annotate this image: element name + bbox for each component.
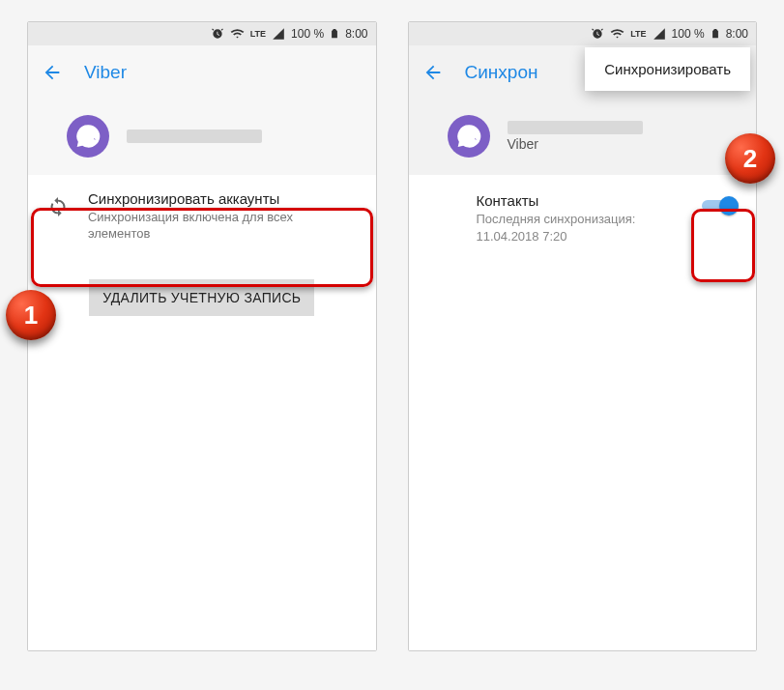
sync-accounts-title: Синхронизировать аккаунты	[88, 190, 359, 207]
clock-time: 8:00	[726, 27, 748, 41]
network-lte-label: LTE	[630, 30, 646, 39]
clock-time: 8:00	[345, 27, 367, 41]
page-title: Viber	[84, 62, 127, 83]
back-icon[interactable]	[422, 62, 444, 83]
account-header	[28, 100, 376, 175]
battery-icon	[330, 26, 339, 42]
wifi-icon	[610, 27, 624, 42]
viber-app-icon	[67, 115, 109, 158]
signal-icon	[653, 27, 666, 41]
step-marker-2: 2	[725, 133, 775, 184]
phone-left: LTE 100 % 8:00 Viber	[27, 21, 377, 651]
sync-now-menu-item[interactable]: Синхронизировать	[585, 47, 750, 91]
sync-icon	[45, 194, 71, 219]
sync-accounts-subtitle: Синхронизация включена для всех элементо…	[88, 210, 359, 243]
battery-icon	[711, 26, 720, 42]
account-name-blurred	[508, 121, 643, 134]
delete-account-button[interactable]: УДАЛИТЬ УЧЕТНУЮ ЗАПИСЬ	[89, 279, 314, 316]
wifi-icon	[230, 27, 245, 42]
sync-accounts-row[interactable]: Синхронизировать аккаунты Синхронизация …	[28, 175, 376, 258]
phone-right: LTE 100 % 8:00 Синхрон Синхронизировать	[408, 21, 758, 651]
contacts-title: Контакты	[477, 192, 689, 209]
contacts-sync-row[interactable]: Контакты Последняя синхронизация: 11.04.…	[409, 175, 757, 260]
account-name-blurred	[127, 129, 262, 143]
status-bar: LTE 100 % 8:00	[409, 22, 757, 45]
contacts-last-sync: Последняя синхронизация: 11.04.2018 7:20	[477, 211, 689, 244]
battery-percent: 100 %	[672, 27, 705, 41]
alarm-icon	[591, 27, 604, 41]
contacts-sync-toggle[interactable]	[702, 196, 737, 216]
step-marker-1: 1	[6, 290, 56, 340]
battery-percent: 100 %	[291, 27, 324, 41]
status-bar: LTE 100 % 8:00	[28, 22, 376, 45]
viber-app-icon	[448, 115, 490, 158]
account-app-label: Viber	[508, 136, 643, 152]
back-icon[interactable]	[42, 62, 63, 83]
app-bar: Viber	[28, 45, 376, 100]
page-title: Синхрон	[465, 62, 538, 83]
alarm-icon	[211, 27, 224, 41]
network-lte-label: LTE	[250, 30, 266, 39]
account-header: Viber	[409, 100, 757, 175]
signal-icon	[272, 27, 285, 41]
